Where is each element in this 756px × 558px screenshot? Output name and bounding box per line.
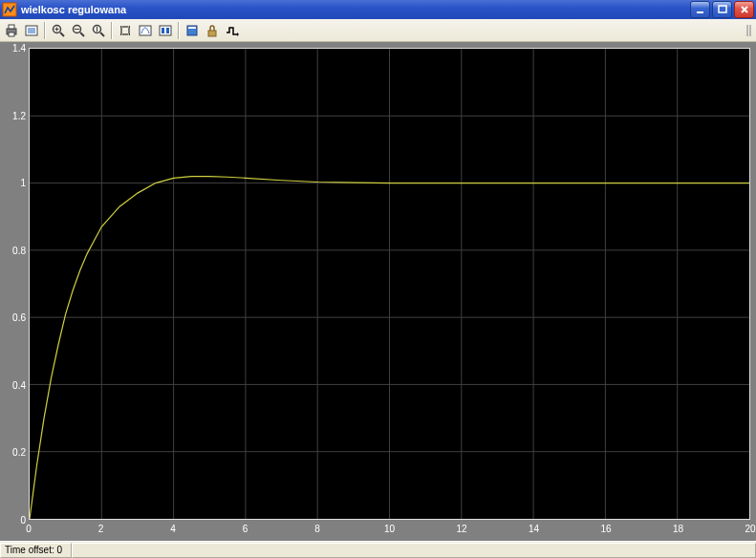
svg-rect-4: [9, 25, 14, 29]
y-axis: 00.20.40.60.811.21.4: [6, 48, 29, 520]
x-tick-label: 2: [98, 524, 104, 534]
x-tick-label: 4: [170, 524, 176, 534]
y-tick-label: 0.6: [12, 312, 26, 323]
plot-canvas[interactable]: [29, 48, 750, 520]
x-tick-label: 8: [314, 524, 320, 534]
toolbar-separator: [178, 22, 180, 39]
x-tick-label: 10: [384, 524, 395, 534]
toolbar-separator: [44, 22, 46, 39]
y-tick-label: 0.4: [12, 379, 26, 390]
zoom-x-button[interactable]: [69, 21, 88, 40]
svg-rect-25: [188, 27, 196, 29]
window-title: wielkosc regulowana: [21, 4, 690, 15]
status-value: 0: [56, 545, 62, 555]
minimize-button[interactable]: [690, 1, 710, 18]
x-tick-label: 18: [673, 524, 683, 534]
scope-window: wielkosc regulowana 00.20.40.60.811.21.4: [0, 0, 756, 558]
maximize-button[interactable]: [712, 1, 732, 18]
save-axes-button[interactable]: [136, 21, 155, 40]
y-tick-label: 1: [20, 178, 26, 188]
close-button[interactable]: [734, 1, 754, 18]
lock-axes-button[interactable]: [203, 21, 222, 40]
status-label: Time offset:: [5, 545, 54, 555]
x-tick-label: 0: [26, 524, 32, 534]
floating-scope-button[interactable]: [183, 21, 202, 40]
restore-axes-button[interactable]: [156, 21, 175, 40]
svg-line-18: [100, 32, 104, 36]
x-tick-label: 20: [745, 524, 755, 534]
y-tick-label: 0.8: [12, 245, 26, 255]
y-tick-label: 1.2: [12, 110, 26, 120]
y-tick-label: 1.4: [12, 43, 26, 54]
toolbar: [0, 19, 756, 42]
svg-rect-26: [208, 31, 216, 36]
x-tick-label: 14: [529, 524, 539, 534]
x-axis: 02468101214161820: [29, 524, 750, 537]
titlebar: wielkosc regulowana: [0, 0, 756, 19]
print-button[interactable]: [2, 21, 21, 40]
svg-line-15: [80, 32, 84, 36]
y-tick-label: 0: [20, 515, 26, 526]
toolbar-separator: [111, 22, 113, 39]
axes: 00.20.40.60.811.21.4 02468101214161820: [6, 48, 750, 537]
svg-rect-1: [697, 11, 703, 13]
status-time-offset: Time offset: 0: [0, 543, 72, 558]
svg-rect-2: [719, 6, 726, 12]
parameters-button[interactable]: [22, 21, 41, 40]
signal-selection-button[interactable]: [223, 21, 242, 40]
toolbar-grip: [745, 22, 754, 39]
svg-rect-23: [166, 28, 169, 33]
x-tick-label: 6: [243, 524, 248, 534]
statusbar: Time offset: 0: [0, 541, 756, 558]
plot-area: 00.20.40.60.811.21.4 02468101214161820: [0, 42, 756, 541]
autoscale-button[interactable]: [116, 21, 135, 40]
x-tick-label: 12: [456, 524, 466, 534]
svg-line-11: [60, 32, 64, 36]
svg-rect-22: [162, 28, 164, 33]
x-tick-label: 16: [600, 524, 611, 534]
svg-rect-21: [160, 26, 171, 35]
status-empty: [72, 543, 756, 558]
zoom-y-button[interactable]: [89, 21, 108, 40]
app-icon: [2, 2, 17, 17]
zoom-in-button[interactable]: [49, 21, 68, 40]
svg-rect-5: [9, 32, 14, 36]
y-tick-label: 0.2: [12, 447, 26, 458]
window-buttons: [690, 1, 754, 18]
